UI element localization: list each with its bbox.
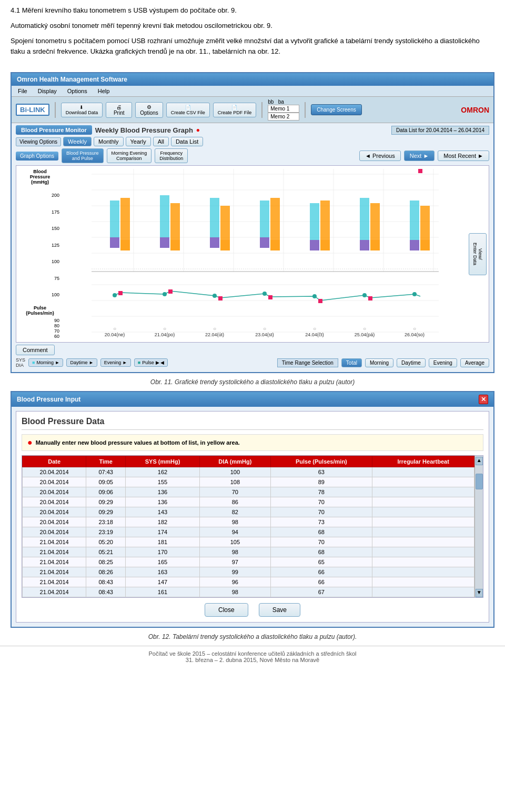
table-cell [372,517,474,527]
pulse-legend[interactable]: ■ Pulse ▶ ◀ [134,358,168,367]
table-scrollbar[interactable]: ▲ ▼ [474,456,483,597]
morning-legend[interactable]: ■ Morning ► [28,358,63,367]
memo2-box[interactable]: Memo 2 [268,113,299,121]
graph-type-bp-pulse[interactable]: Blood Pressureand Pulse [62,148,104,163]
svg-rect-46 [420,240,430,250]
tab-datalist[interactable]: Data List [171,137,203,146]
daytime-legend[interactable]: Daytime ► [66,358,97,367]
table-cell: 08:43 [86,577,126,587]
table-cell: 86 [199,497,270,507]
time-total-button[interactable]: Total [341,358,362,367]
col-pulse: Pulse (Pulses/min) [270,456,372,467]
change-screens-button[interactable]: Change Screens [311,104,362,115]
table-cell: 161 [126,587,200,597]
svg-rect-34 [270,240,280,250]
save-button[interactable]: Save [259,603,300,617]
svg-rect-38 [320,240,330,250]
svg-point-53 [412,292,417,296]
table-row: 21.04.201408:251659765 [23,557,474,567]
toolbar-sep3 [305,102,306,118]
tab-yearly[interactable]: Yearly [126,137,151,146]
fig11-caption: Obr. 11. Grafické trendy systolického a … [0,378,505,386]
table-cell: 96 [199,577,270,587]
red-circle-icon: ● [196,126,200,134]
menu-options[interactable]: Options [65,87,89,95]
evening-legend[interactable]: Evening ► [100,358,131,367]
tab-monthly[interactable]: Monthly [94,137,124,146]
svg-rect-21 [110,237,119,248]
sys-dia-row: SYS DIA ■ Morning ► Daytime ► Evening ► … [16,357,489,368]
table-cell: 65 [270,557,372,567]
time-range-label: Time Range Selection [277,358,338,367]
csv-button[interactable]: 📄Create CSV File [166,103,210,117]
menu-help[interactable]: Help [96,87,112,95]
previous-button[interactable]: ◄ Previous [359,151,401,161]
table-cell: 21.04.2014 [23,547,86,557]
col-dia: DIA (mmHg) [199,456,270,467]
tab-weekly[interactable]: Weekly [63,137,92,146]
comment-row: Comment [16,345,489,355]
table-row: 20.04.201423:191749468 [23,527,474,537]
table-row: 21.04.201408:261639966 [23,567,474,577]
comment-button[interactable]: Comment [16,345,55,355]
col-irregular: Irregular Heartbeat [372,456,474,467]
table-cell: 20.04.2014 [23,517,86,527]
time-average-button[interactable]: Average [460,358,489,367]
table-cell: 08:26 [86,567,126,577]
menu-display[interactable]: Display [36,87,59,95]
svg-point-49 [213,294,217,298]
table-cell [372,507,474,517]
time-morning-button[interactable]: Morning [365,358,393,367]
tab-all[interactable]: All [153,137,169,146]
scroll-thumb[interactable] [476,474,483,489]
table-cell: 99 [199,567,270,577]
time-evening-button[interactable]: Evening [429,358,457,367]
graph-type-frequency[interactable]: FrequencyDistribution [155,148,188,163]
pdf-button[interactable]: 📄Create PDF File [213,103,257,117]
graph-title: Weekly Blood Pressure Graph [95,126,193,134]
options-button[interactable]: ⚙Options [135,102,163,118]
most-recent-button[interactable]: Most Recent ► [438,151,489,161]
fig12-caption: Obr. 12. Tabelární trendy systolického a… [0,633,505,640]
graph-options-row: Graph Options Blood Pressureand Pulse Mo… [16,148,489,163]
svg-rect-29 [210,237,219,248]
table-row: 21.04.201405:2018110570 [23,537,474,547]
scroll-up-button[interactable]: ▲ [476,457,483,465]
table-cell: 66 [270,577,372,587]
heading1: 4.1 Měření krevního tlaku tonometrem s U… [11,5,494,16]
time-daytime-button[interactable]: Daytime [397,358,426,367]
y-axis-labels: BloodPressure(mmHg) 200 175 150 125 100 … [16,169,64,339]
memo1-box[interactable]: Memo 1 [268,105,299,113]
table-cell [372,467,474,477]
download-button[interactable]: ⬇Download Data [61,103,103,117]
table-cell [372,537,474,547]
bpi-content-title: Blood Pressure Data [22,417,483,430]
svg-text:○: ○ [313,326,316,332]
print-button[interactable]: 🖨Print [106,102,132,118]
page-text-area: 4.1 Měření krevního tlaku tonometrem s U… [0,0,505,67]
menu-file[interactable]: File [16,87,29,95]
col-date: Date [23,456,86,467]
table-row: 20.04.201409:061367078 [23,487,474,497]
bp-y-values: 200 175 150 125 100 75 100 [18,187,62,303]
close-button[interactable]: Close [205,603,248,617]
graph-header-row: Blood Pressure Monitor Weekly Blood Pres… [16,125,489,135]
table-cell: 09:29 [86,497,126,507]
next-button[interactable]: Next ► [404,151,435,161]
table-cell: 70 [270,507,372,517]
bp-data-table: Date Time SYS (mmHg) DIA (mmHg) Pulse (P… [22,456,474,597]
table-cell: 108 [199,477,270,487]
svg-rect-22 [120,240,130,250]
close-window-button[interactable]: ✕ [479,395,488,404]
svg-text:26.04(so): 26.04(so) [405,332,425,337]
svg-rect-41 [360,240,369,250]
table-cell [372,557,474,567]
table-cell [372,487,474,497]
table-row: 21.04.201408:431479666 [23,577,474,587]
view-enter-data-button[interactable]: View/Enter Data [469,233,487,275]
table-cell: 98 [199,587,270,597]
graph-type-morning-evening[interactable]: Morning EveningComparison [107,148,152,163]
scroll-down-button[interactable]: ▼ [476,589,483,597]
toolbar-sep1 [55,102,56,118]
table-cell: 162 [126,467,200,477]
